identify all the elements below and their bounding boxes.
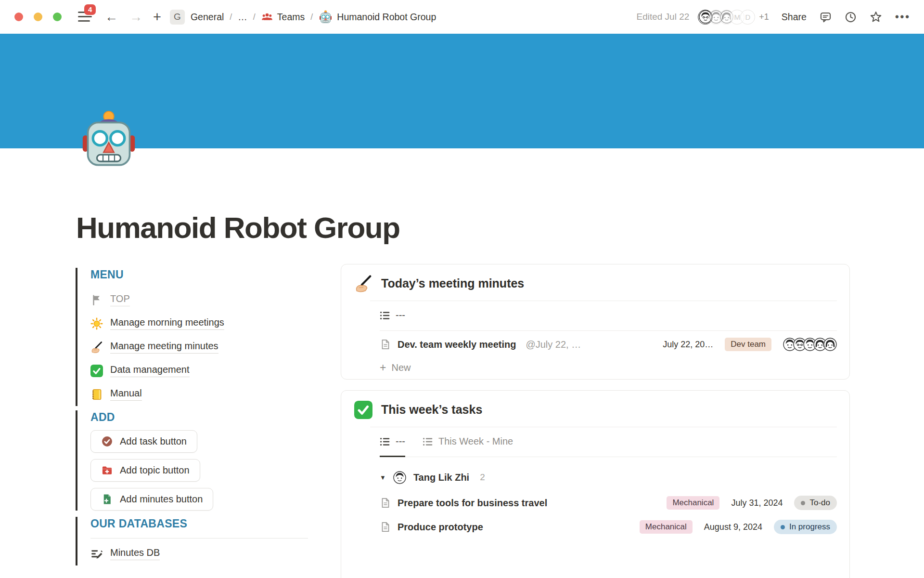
- view-tab-default[interactable]: ---: [380, 301, 405, 331]
- ledger-icon: [90, 388, 103, 401]
- menu-link-minutes-db[interactable]: Minutes DB: [90, 542, 311, 565]
- traffic-lights: [14, 13, 62, 21]
- collapse-triangle-icon[interactable]: ▼: [380, 474, 386, 481]
- presence-avatars: M D: [698, 10, 755, 25]
- databases-heading[interactable]: OUR DATABASES: [90, 517, 311, 531]
- history-clock-icon[interactable]: [845, 11, 857, 23]
- breadcrumb-separator: /: [253, 12, 256, 22]
- row-properties: Mechanical August 9, 2024 In progress: [640, 520, 837, 534]
- group-count: 2: [480, 472, 485, 483]
- row-properties: Mechanical July 31, 2024 To-do: [667, 496, 837, 510]
- topbar-right: Edited Jul 22 M D +1 Share •••: [636, 10, 911, 25]
- list-view-icon: [380, 310, 390, 321]
- edited-timestamp: Edited Jul 22: [636, 12, 689, 22]
- minutes-row[interactable]: Dev. team weekly meeting @July 22, … Jul…: [380, 332, 837, 356]
- view-tabs: ---: [380, 301, 837, 331]
- menu-link-data-management[interactable]: Data management: [90, 359, 311, 382]
- menu-heading[interactable]: MENU: [90, 268, 311, 282]
- red-folder-plus-icon: [101, 464, 113, 476]
- page-icon: [380, 497, 391, 509]
- menu-link-morning-meetings[interactable]: Manage morning meetings: [90, 312, 311, 335]
- category-tag[interactable]: Mechanical: [640, 520, 693, 534]
- green-check-icon: [90, 365, 103, 377]
- breadcrumb-separator: /: [230, 12, 232, 22]
- view-tab-default[interactable]: ---: [380, 427, 405, 457]
- breadcrumb-teams[interactable]: Teams: [261, 11, 305, 23]
- task-row[interactable]: Produce prototype Mechanical August 9, 2…: [380, 515, 837, 539]
- date-mention: @July 22, …: [526, 339, 581, 350]
- close-button[interactable]: [14, 13, 23, 21]
- assignee-avatars: [783, 338, 837, 351]
- card-title: Today’s meeting minutes: [381, 274, 524, 292]
- new-row-button[interactable]: + New: [380, 356, 837, 379]
- status-badge[interactable]: To-do: [794, 496, 837, 510]
- favorite-star-icon[interactable]: [870, 11, 882, 23]
- breadcrumb-general[interactable]: General: [191, 12, 224, 23]
- status-badge[interactable]: In progress: [774, 520, 837, 534]
- add-heading[interactable]: ADD: [90, 410, 311, 424]
- avatar[interactable]: [823, 338, 837, 351]
- green-doc-plus-icon: [101, 493, 113, 505]
- comments-icon[interactable]: [820, 11, 832, 23]
- sun-icon: [90, 317, 103, 330]
- add-minutes-button[interactable]: Add minutes button: [90, 488, 213, 511]
- status-dot: [781, 525, 785, 529]
- breadcrumb: General / … / Teams / Humanoid Robot Gro…: [191, 10, 436, 24]
- green-check-icon: [354, 401, 372, 419]
- row-properties: July 22, 20… Dev team: [663, 338, 837, 351]
- flag-icon: [90, 294, 103, 306]
- teams-icon: [261, 11, 273, 23]
- date-property[interactable]: August 9, 2024: [704, 522, 762, 532]
- avatar[interactable]: D: [740, 10, 755, 25]
- breadcrumb-current-page[interactable]: Humanoid Robot Group: [319, 10, 436, 24]
- group-header[interactable]: ▼ Tang Lik Zhi 2: [380, 464, 837, 491]
- add-task-button[interactable]: Add task button: [90, 430, 197, 453]
- view-tab-this-week-mine[interactable]: This Week - Mine: [423, 427, 513, 457]
- writing-hand-icon: [354, 275, 372, 293]
- page-icon: [380, 339, 391, 350]
- right-column: Today’s meeting minutes --- Dev. team we…: [341, 264, 850, 578]
- notification-badge: 4: [84, 4, 96, 15]
- avatar-overflow-count[interactable]: +1: [759, 12, 769, 22]
- sidebar-toggle-icon[interactable]: 4: [78, 11, 92, 23]
- card-title: This week’s tasks: [381, 400, 482, 419]
- minimize-button[interactable]: [34, 13, 42, 21]
- back-arrow-icon[interactable]: ←: [105, 11, 118, 24]
- menu-link-meeting-minutes[interactable]: Manage meeting minutes: [90, 335, 311, 359]
- compose-icon: [90, 548, 103, 560]
- view-tabs: --- This Week - Mine: [380, 427, 837, 457]
- team-tag[interactable]: Dev team: [725, 338, 771, 351]
- breadcrumb-separator: /: [310, 12, 313, 22]
- menu-link-manual[interactable]: Manual: [90, 382, 311, 406]
- task-row[interactable]: Prepare tools for business travel Mechan…: [380, 491, 837, 515]
- zoom-button[interactable]: [53, 13, 62, 21]
- meeting-minutes-card: Today’s meeting minutes --- Dev. team we…: [341, 264, 850, 380]
- workspace-chip[interactable]: G: [170, 10, 185, 25]
- databases-section: OUR DATABASES Minutes DB: [76, 517, 311, 565]
- card-header: Today’s meeting minutes: [341, 264, 849, 301]
- list-view-icon: [380, 436, 390, 447]
- weekly-tasks-card: This week’s tasks --- This Week - Mine ▼…: [341, 390, 850, 578]
- breadcrumb-collapsed[interactable]: …: [238, 12, 247, 23]
- divider: [90, 538, 308, 539]
- forward-arrow-icon[interactable]: →: [129, 11, 142, 24]
- category-tag[interactable]: Mechanical: [667, 496, 719, 510]
- page-title[interactable]: Humanoid Robot Group: [76, 210, 400, 245]
- date-property[interactable]: July 31, 2024: [731, 498, 783, 508]
- group-name: Tang Lik Zhi: [413, 472, 469, 483]
- plus-icon: +: [380, 362, 386, 373]
- add-topic-button[interactable]: Add topic button: [90, 459, 200, 482]
- window-topbar: 4 ← → + G General / … / Teams / Humanoid…: [0, 0, 924, 34]
- new-tab-icon[interactable]: +: [153, 10, 161, 24]
- menu-link-top[interactable]: TOP: [90, 288, 311, 312]
- page-icon: [380, 521, 391, 533]
- add-section: ADD Add task button Add topic button Add…: [76, 410, 311, 511]
- more-options-icon[interactable]: •••: [895, 11, 911, 23]
- card-header: This week’s tasks: [341, 391, 849, 427]
- date-property[interactable]: July 22, 20…: [663, 340, 713, 350]
- share-button[interactable]: Share: [782, 12, 807, 23]
- robot-icon: [319, 10, 333, 24]
- page-icon-robot[interactable]: [78, 110, 139, 171]
- left-column: MENU TOP Manage morning meetings Manage …: [76, 268, 311, 565]
- status-dot: [801, 501, 805, 505]
